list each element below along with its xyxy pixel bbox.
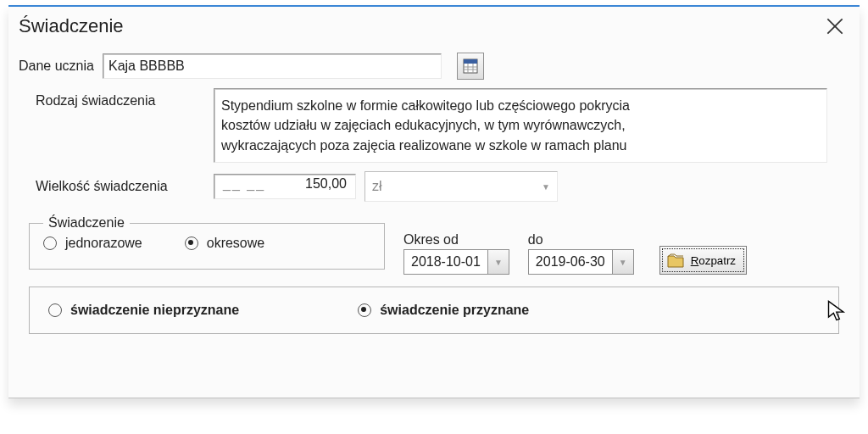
- unit-field[interactable]: zł ▼: [364, 171, 558, 202]
- benefit-type-line1: Stypendium szkolne w formie całkowitego …: [221, 96, 820, 115]
- amount-mask: __ __: [223, 176, 265, 192]
- student-name-field[interactable]: Kaja BBBBB: [103, 53, 442, 79]
- period-from-field[interactable]: 2018-10-01: [403, 249, 487, 275]
- period-to-dropdown[interactable]: ▼: [612, 249, 634, 275]
- radio-icon: [43, 236, 57, 250]
- chevron-down-icon: ▼: [494, 258, 503, 267]
- benefit-mode-onetime[interactable]: jednorazowe: [43, 236, 142, 251]
- radio-icon: [48, 303, 62, 317]
- benefit-mode-onetime-label: jednorazowe: [65, 236, 142, 251]
- unit-value: zł: [372, 179, 382, 194]
- cursor-icon: [826, 299, 849, 323]
- amount-value: 150,00: [305, 176, 347, 191]
- chevron-down-icon: ▼: [542, 182, 550, 192]
- period-to-label: do: [528, 232, 634, 248]
- period-from-label: Okres od: [403, 232, 509, 248]
- period-to-value: 2019-06-30: [536, 254, 605, 270]
- close-icon[interactable]: [824, 15, 846, 37]
- period-from-value: 2018-10-01: [411, 254, 481, 270]
- benefit-mode-group: Świadczenie jednorazowe okresowe: [29, 215, 385, 270]
- amount-field[interactable]: __ __ 150,00: [214, 174, 356, 199]
- period-from-dropdown[interactable]: ▼: [487, 249, 509, 275]
- benefit-dialog: Świadczenie Dane ucznia Kaja BBBBB: [8, 5, 860, 398]
- decision-group: świadczenie nieprzyznane świadczenie prz…: [29, 287, 839, 334]
- student-name-value: Kaja BBBBB: [108, 58, 185, 74]
- process-button-label: Rozpatrz: [691, 254, 736, 267]
- decision-granted[interactable]: świadczenie przyznane: [358, 303, 529, 318]
- benefit-type-line3: wykraczających poza zajęcia realizowane …: [221, 136, 820, 155]
- svg-rect-3: [464, 59, 477, 64]
- folder-eye-icon: [667, 253, 684, 268]
- benefit-mode-periodic-label: okresowe: [207, 236, 264, 251]
- decision-granted-label: świadczenie przyznane: [380, 303, 529, 318]
- benefit-type-label: Rodzaj świadczenia: [19, 88, 205, 108]
- process-button[interactable]: Rozpatrz: [659, 246, 747, 275]
- benefit-type-field[interactable]: Stypendium szkolne w formie całkowitego …: [214, 88, 827, 163]
- period-to-block: do 2019-06-30 ▼: [528, 232, 634, 275]
- benefit-type-line2: kosztów udziału w zajęciach edukacyjnych…: [221, 115, 820, 135]
- benefit-mode-legend: Świadczenie: [43, 215, 130, 231]
- decision-denied-label: świadczenie nieprzyznane: [70, 303, 239, 318]
- student-lookup-button[interactable]: [457, 53, 484, 80]
- decision-denied[interactable]: świadczenie nieprzyznane: [48, 303, 239, 318]
- period-to-field[interactable]: 2019-06-30: [528, 249, 612, 275]
- student-label: Dane ucznia: [19, 58, 94, 74]
- radio-icon: [358, 303, 371, 317]
- benefit-mode-periodic[interactable]: okresowe: [185, 236, 264, 251]
- amount-label: Wielkość świadczenia: [19, 179, 205, 194]
- title-bar: Świadczenie: [8, 7, 860, 46]
- chevron-down-icon: ▼: [619, 258, 627, 267]
- grid-icon: [463, 58, 478, 74]
- period-from-block: Okres od 2018-10-01 ▼: [403, 232, 509, 275]
- window-title: Świadczenie: [19, 15, 824, 37]
- radio-icon: [185, 236, 198, 250]
